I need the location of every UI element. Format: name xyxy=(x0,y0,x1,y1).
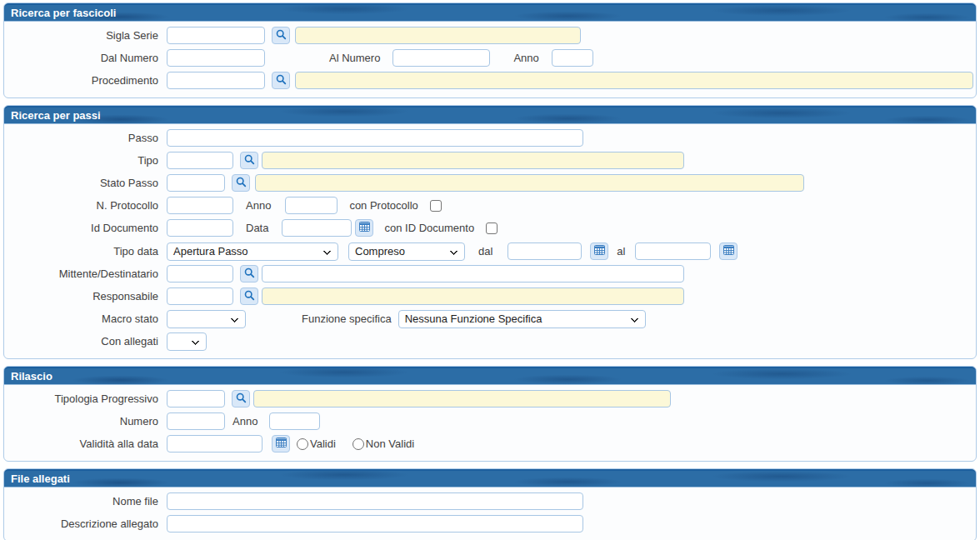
con-protocollo-checkbox[interactable] xyxy=(430,200,442,212)
validi-label: Validi xyxy=(310,438,336,450)
dal-calendar-button[interactable] xyxy=(590,242,608,260)
tipo-input[interactable] xyxy=(167,152,233,169)
macro-stato-row: Macro stato Funzione specifica Nessuna F… xyxy=(4,310,976,328)
non-validi-label: Non Validi xyxy=(366,438,414,450)
tipo-data-select[interactable]: Apertura Passo xyxy=(167,242,338,261)
numero-input[interactable] xyxy=(167,412,225,430)
numeri-row: Dal Numero Al Numero Anno xyxy=(4,49,976,67)
con-id-documento-checkbox[interactable] xyxy=(486,222,498,234)
con-id-documento-label: con ID Documento xyxy=(384,222,474,234)
non-validi-radio[interactable] xyxy=(352,438,364,450)
tipo-description-field xyxy=(262,152,684,169)
descrizione-allegato-input[interactable] xyxy=(167,515,583,532)
responsabile-input[interactable] xyxy=(167,288,233,305)
funzione-specifica-label: Funzione specifica xyxy=(302,312,392,325)
al-calendar-button[interactable] xyxy=(719,242,738,260)
tipologia-progressivo-search-button[interactable] xyxy=(232,390,250,408)
mittente-destinatario-search-button[interactable] xyxy=(240,265,258,282)
con-protocollo-label: con Protocollo xyxy=(349,199,418,212)
al-numero-input[interactable] xyxy=(392,49,490,67)
protocollo-anno-input[interactable] xyxy=(285,197,338,214)
rilascio-anno-input[interactable] xyxy=(269,412,320,430)
responsabile-search-button[interactable] xyxy=(240,288,258,305)
chevron-down-icon xyxy=(231,314,239,322)
calendar-icon xyxy=(594,245,605,258)
macro-stato-label: Macro stato xyxy=(4,312,167,325)
descrizione-allegato-row: Descrizione allegato xyxy=(4,515,976,532)
sigla-serie-input[interactable] xyxy=(167,27,265,44)
con-allegati-select[interactable] xyxy=(167,332,207,351)
al-data-input[interactable] xyxy=(635,242,711,260)
validita-alla-data-label: Validità alla data xyxy=(4,438,167,450)
n-protocollo-label: N. Protocollo xyxy=(4,199,167,212)
tipo-data-select-value: Apertura Passo xyxy=(173,245,248,258)
data-label: Data xyxy=(246,222,268,234)
responsabile-label: Responsabile xyxy=(4,290,167,302)
n-protocollo-input[interactable] xyxy=(167,197,233,214)
search-icon xyxy=(276,74,287,88)
procedimento-search-button[interactable] xyxy=(272,72,290,89)
procedimento-row: Procedimento xyxy=(4,72,976,89)
dal-numero-input[interactable] xyxy=(167,49,265,67)
section-ricerca-passi: Ricerca per passi Passo Tipo Stato Passo… xyxy=(3,105,977,359)
numero-row: Numero Anno xyxy=(4,412,976,430)
validita-alla-data-input[interactable] xyxy=(167,435,262,452)
ricerca-fascicoli-header: Ricerca per fascicoli xyxy=(4,3,976,22)
stato-passo-search-button[interactable] xyxy=(232,174,250,192)
stato-passo-input[interactable] xyxy=(167,174,225,192)
rilascio-header: Rilascio xyxy=(4,367,976,385)
search-icon xyxy=(244,290,255,303)
tipologia-progressivo-label: Tipologia Progressivo xyxy=(4,392,167,405)
section-ricerca-fascicoli: Ricerca per fascicoli Sigla Serie Dal Nu… xyxy=(3,2,977,98)
tipo-label: Tipo xyxy=(4,154,167,167)
search-icon xyxy=(244,268,255,281)
procedimento-input[interactable] xyxy=(167,72,265,89)
chevron-down-icon xyxy=(450,247,458,255)
data-input[interactable] xyxy=(282,219,352,237)
section-title: Ricerca per passi xyxy=(11,109,101,122)
dal-label: dal xyxy=(478,245,492,258)
id-documento-input[interactable] xyxy=(167,219,233,237)
calendar-icon xyxy=(276,438,287,450)
search-icon xyxy=(236,177,247,190)
sigla-serie-search-button[interactable] xyxy=(272,27,290,44)
tipo-search-button[interactable] xyxy=(240,152,258,169)
data-calendar-button[interactable] xyxy=(355,219,373,237)
validita-row: Validità alla data Validi Non Validi xyxy=(4,435,976,452)
calendar-icon xyxy=(359,222,370,234)
section-title: Rilascio xyxy=(11,370,52,382)
procedimento-label: Procedimento xyxy=(4,74,167,87)
chevron-down-icon xyxy=(323,247,332,255)
nome-file-input[interactable] xyxy=(167,492,583,510)
sigla-serie-description-field xyxy=(295,27,581,44)
tipo-data-row: Tipo data Apertura Passo Compreso dal al xyxy=(4,242,976,260)
stato-passo-row: Stato Passo xyxy=(4,174,976,192)
search-icon xyxy=(236,392,247,406)
confronto-select[interactable]: Compreso xyxy=(348,242,465,261)
passo-input[interactable] xyxy=(167,129,583,147)
funzione-specifica-select-value: Nessuna Funzione Specifica xyxy=(405,312,542,325)
descrizione-allegato-label: Descrizione allegato xyxy=(4,518,167,530)
section-rilascio: Rilascio Tipologia Progressivo Numero An… xyxy=(3,366,977,462)
protocollo-row: N. Protocollo Anno con Protocollo xyxy=(4,197,976,214)
con-allegati-row: Con allegati xyxy=(4,332,976,350)
tipologia-progressivo-input[interactable] xyxy=(167,390,225,408)
section-file-allegati: File allegati Nome file Descrizione alle… xyxy=(3,468,977,540)
mittente-destinatario-input[interactable] xyxy=(167,265,233,282)
funzione-specifica-select[interactable]: Nessuna Funzione Specifica xyxy=(398,310,646,328)
validi-radio[interactable] xyxy=(297,438,308,450)
fascicoli-anno-input[interactable] xyxy=(552,49,593,67)
tipologia-progressivo-description-field xyxy=(253,390,671,408)
id-documento-row: Id Documento Data con ID Documento xyxy=(4,219,976,237)
search-icon xyxy=(276,29,287,42)
ricerca-passi-header: Ricerca per passi xyxy=(4,106,976,124)
chevron-down-icon xyxy=(192,337,200,345)
mittente-destinatario-description-field[interactable] xyxy=(262,265,684,282)
mittente-destinatario-label: Mittente/Destinatario xyxy=(4,268,167,280)
section-title: Ricerca per fascicoli xyxy=(11,7,116,19)
al-numero-label: Al Numero xyxy=(329,52,380,64)
dal-data-input[interactable] xyxy=(508,242,582,260)
search-icon xyxy=(244,154,255,168)
macro-stato-select[interactable] xyxy=(167,310,246,328)
validita-calendar-button[interactable] xyxy=(272,435,290,452)
